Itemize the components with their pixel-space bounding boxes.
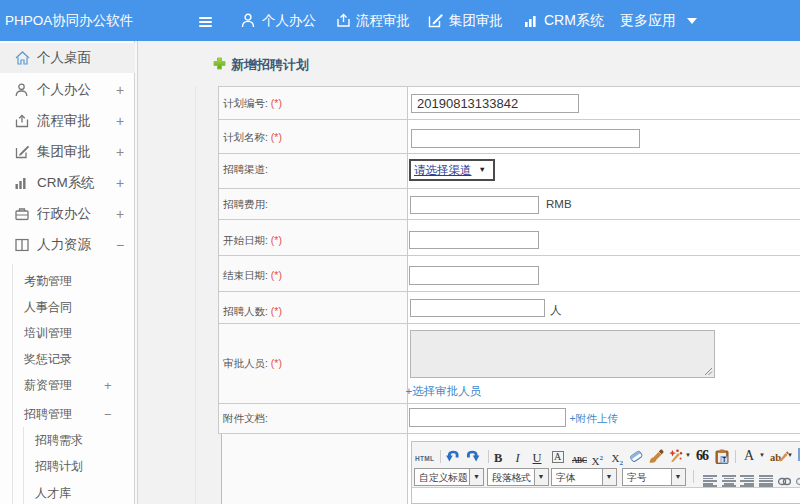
svg-text:T: T — [722, 456, 726, 463]
